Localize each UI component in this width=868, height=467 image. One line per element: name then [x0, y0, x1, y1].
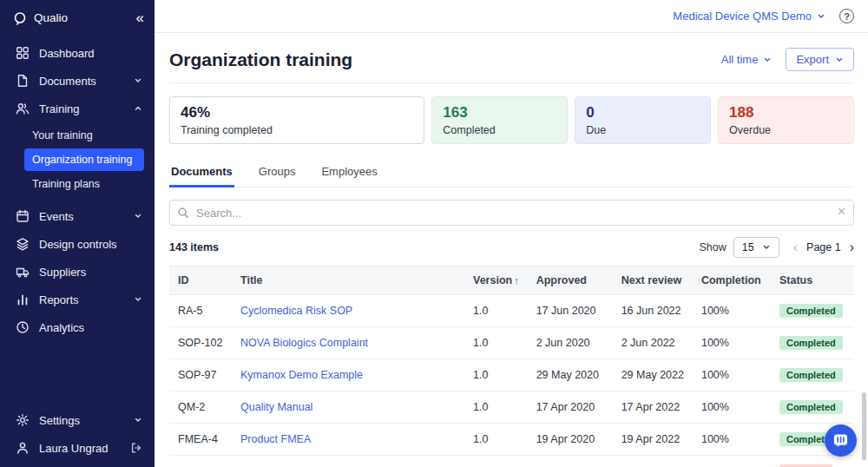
stat-label: Training completed	[181, 124, 413, 136]
stat-card-overdue[interactable]: 188 Overdue	[718, 96, 854, 144]
cell-completion: 100%	[693, 295, 771, 327]
table-row[interactable]: EQR-5 Quick Clot Equipment Part 1.0 2 Ap…	[169, 456, 854, 467]
sidebar-item-analytics[interactable]: Analytics	[0, 313, 155, 341]
column-header-approved[interactable]: Approved	[528, 266, 613, 295]
cell-completion: 10%	[693, 456, 771, 467]
column-header-version[interactable]: Version↑	[464, 266, 528, 295]
sort-asc-icon: ↑	[514, 275, 519, 286]
cell-completion: 100%	[693, 391, 771, 424]
page-next-icon[interactable]: ›	[850, 240, 854, 254]
cell-version: 1.0	[464, 391, 528, 424]
table-row[interactable]: RA-5 Cyclomedica Risk SOP 1.0 17 Jun 202…	[169, 295, 854, 327]
sidebar-item-settings[interactable]: Settings	[0, 406, 155, 434]
table-row[interactable]: SOP-97 Kymanox Demo Example 1.0 29 May 2…	[169, 359, 854, 391]
sidebar-item-dashboard[interactable]: Dashboard	[0, 39, 155, 67]
cell-approved: 29 May 2020	[528, 359, 613, 391]
cell-id: EQR-5	[169, 456, 232, 467]
sidebar-item-user[interactable]: Laura Ungrad	[0, 434, 155, 462]
sidebar-item-label: Dashboard	[39, 47, 95, 60]
clear-search-icon[interactable]: ×	[838, 204, 845, 220]
page-size-value: 15	[742, 241, 754, 253]
logout-icon[interactable]	[130, 442, 142, 454]
sidebar-collapse-icon[interactable]: «	[136, 10, 142, 25]
stat-value: 46%	[181, 104, 413, 122]
table-row[interactable]: QM-2 Quality Manual 1.0 17 Apr 2020 17 A…	[169, 391, 854, 424]
stat-card-due[interactable]: 0 Due	[575, 96, 711, 144]
search-input[interactable]	[169, 200, 854, 226]
scrollbar[interactable]	[862, 392, 866, 460]
chat-launcher-button[interactable]	[825, 424, 857, 457]
sidebar-item-reports[interactable]: Reports	[0, 286, 155, 313]
chevron-down-icon	[134, 416, 142, 424]
page-prev-icon[interactable]: ‹	[793, 240, 798, 254]
document-link[interactable]: Cyclomedica Risk SOP	[240, 305, 352, 317]
stat-label: Due	[586, 124, 700, 136]
sidebar-item-design-controls[interactable]: Design controls	[0, 230, 155, 258]
column-header-next-review[interactable]: Next review	[613, 266, 693, 295]
status-badge: Completed	[779, 368, 843, 382]
sidebar: Qualio « Dashboard Documen	[0, 0, 155, 467]
sidebar-item-suppliers[interactable]: Suppliers	[0, 258, 155, 286]
tab-employees[interactable]: Employees	[319, 158, 378, 187]
main-area: Medical Device QMS Demo ? Organization t…	[155, 0, 868, 467]
cell-next-review: 2 Apr 2021	[613, 456, 693, 467]
sidebar-item-your-training[interactable]: Your training	[24, 124, 144, 147]
time-filter-dropdown[interactable]: All time	[721, 53, 773, 66]
sidebar-header: Qualio «	[0, 0, 155, 36]
document-link[interactable]: Quality Manual	[240, 401, 312, 413]
sidebar-item-organization-training[interactable]: Organization training	[24, 148, 144, 171]
export-button[interactable]: Export	[786, 48, 854, 71]
stat-value: 163	[443, 104, 556, 122]
stat-card-completed[interactable]: 163 Completed	[431, 96, 568, 144]
qualio-logo-icon	[13, 11, 27, 25]
status-badge: Completed	[779, 336, 843, 350]
chevron-down-icon	[817, 12, 825, 21]
workspace-selector[interactable]: Medical Device QMS Demo	[673, 10, 825, 23]
bar-chart-icon	[16, 293, 30, 306]
chevron-down-icon	[763, 56, 772, 64]
sidebar-item-training[interactable]: Training	[0, 95, 155, 122]
sidebar-item-documents[interactable]: Documents	[0, 67, 155, 95]
layers-icon	[16, 237, 30, 251]
topbar: Medical Device QMS Demo ?	[155, 0, 868, 33]
cell-version: 1.0	[464, 424, 528, 456]
chevron-down-icon	[835, 56, 844, 64]
page-size-select[interactable]: 15	[733, 237, 779, 258]
document-link[interactable]: Product FMEA	[240, 433, 311, 445]
column-header-label: Version	[473, 274, 512, 286]
page-indicator: Page 1	[806, 241, 841, 253]
calendar-icon	[16, 209, 30, 223]
cell-id: RA-5	[169, 295, 232, 327]
cell-completion: 100%	[693, 424, 771, 456]
document-link[interactable]: NOVA Biologics Complaint	[240, 337, 368, 349]
document-link[interactable]: Kymanox Demo Example	[240, 369, 363, 381]
table-row[interactable]: FMEA-4 Product FMEA 1.0 19 Apr 2020 19 A…	[169, 424, 854, 456]
app: Qualio « Dashboard Documen	[0, 0, 868, 467]
stat-card-training-completed[interactable]: 46% Training completed	[169, 96, 424, 144]
page-header: Organization training All time Export	[169, 48, 854, 71]
help-icon[interactable]: ?	[839, 9, 854, 23]
stat-label: Completed	[443, 124, 556, 136]
tab-documents[interactable]: Documents	[169, 158, 234, 187]
time-filter-label: All time	[721, 53, 759, 66]
sidebar-item-label: Settings	[39, 414, 80, 427]
column-header-id[interactable]: ID	[169, 266, 232, 295]
dashboard-icon	[16, 46, 30, 60]
stat-value: 0	[586, 104, 700, 122]
column-header-status[interactable]: Status	[771, 266, 854, 295]
truck-icon	[16, 265, 30, 279]
sidebar-item-training-plans[interactable]: Training plans	[24, 173, 144, 195]
table-row[interactable]: SOP-102 NOVA Biologics Complaint 1.0 2 J…	[169, 327, 854, 359]
tab-groups[interactable]: Groups	[257, 158, 298, 187]
cell-id: QM-2	[169, 391, 232, 424]
cell-version: 1.0	[464, 295, 528, 327]
sidebar-item-events[interactable]: Events	[0, 202, 155, 230]
column-header-completion[interactable]: Completion	[693, 266, 771, 295]
show-label: Show	[700, 241, 727, 253]
workspace-name: Medical Device QMS Demo	[673, 10, 812, 23]
tab-bar: Documents Groups Employees	[169, 158, 854, 187]
cell-id: FMEA-4	[169, 424, 232, 456]
cell-id: SOP-102	[169, 327, 232, 359]
chevron-down-icon	[762, 243, 771, 252]
column-header-title[interactable]: Title	[232, 266, 464, 295]
